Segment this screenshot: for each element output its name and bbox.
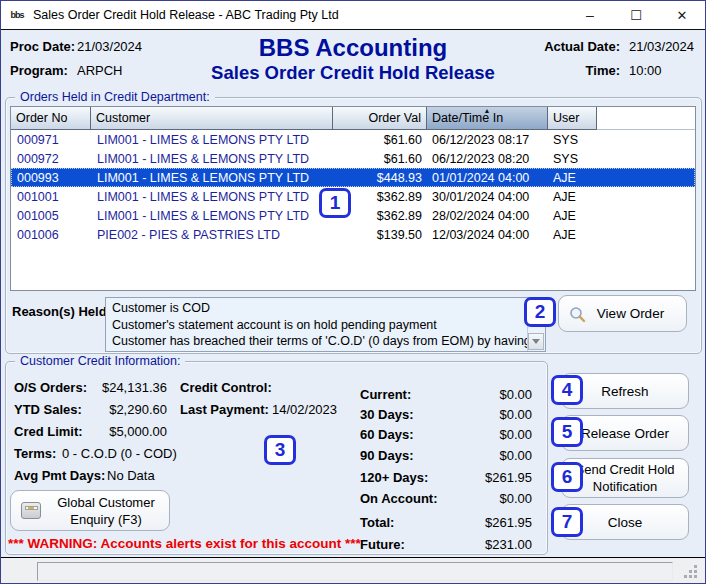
column-header-order-no[interactable]: Order No xyxy=(11,107,91,130)
close-button-label: Close xyxy=(608,515,643,530)
ytd-sales-value: $2,290.60 xyxy=(68,402,167,417)
window-title: Sales Order Credit Hold Release - ABC Tr… xyxy=(33,8,339,22)
reason-line: a 120 day balance on day 1 of this month xyxy=(112,350,521,353)
sort-ascending-icon: ▲ xyxy=(484,107,491,115)
terms-label: Terms: xyxy=(14,446,56,461)
release-order-label: Release Order xyxy=(581,426,669,441)
refresh-label: Refresh xyxy=(601,384,648,399)
credit-control-label: Credit Control: xyxy=(180,380,272,395)
os-orders-value: $24,131.36 xyxy=(68,380,167,395)
aging-future-label: Future: xyxy=(360,537,405,552)
aging-30-value: $0.00 xyxy=(426,407,532,422)
som-badge-5: 5 xyxy=(551,417,583,447)
cell-user: SYS xyxy=(548,133,597,147)
aging-30-label: 30 Days: xyxy=(360,407,413,422)
cell-datetime-in: 30/01/2024 04:00 xyxy=(427,190,548,204)
aging-total-value: $261.95 xyxy=(426,515,532,530)
cell-order-val: $61.60 xyxy=(333,133,427,147)
reasons-held-box[interactable]: Customer is COD Customer's statement acc… xyxy=(105,297,546,352)
status-panel xyxy=(37,562,673,581)
column-header-datetime-in[interactable]: ▲ Date/Time In xyxy=(427,107,548,130)
som-badge-6: 6 xyxy=(551,462,583,492)
cell-user: AJE xyxy=(548,190,597,204)
order-row[interactable]: 001006 PIE002 - PIES & PASTRIES LTD $139… xyxy=(11,225,695,244)
cell-datetime-in: 12/03/2024 04:00 xyxy=(427,228,548,242)
app-window: bbs Sales Order Credit Hold Release - AB… xyxy=(0,0,706,584)
aging-60-label: 60 Days: xyxy=(360,427,413,442)
column-header-order-val[interactable]: Order Val xyxy=(333,107,427,130)
column-header-customer[interactable]: Customer xyxy=(91,107,333,130)
som-badge-2: 2 xyxy=(524,297,556,327)
minimize-button[interactable]: – xyxy=(567,1,613,29)
app-icon: bbs xyxy=(8,6,26,24)
cell-customer: LIM001 - LIMES & LEMONS PTY LTD xyxy=(91,209,333,223)
aging-future-value: $231.00 xyxy=(426,537,532,552)
cell-order-no: 001006 xyxy=(11,228,91,242)
som-badge-3: 3 xyxy=(264,435,296,465)
cell-order-val: $139.50 xyxy=(333,228,427,242)
cell-customer: LIM001 - LIMES & LEMONS PTY LTD xyxy=(91,152,333,166)
view-order-label: View Order xyxy=(597,306,664,321)
credit-info-title: Customer Credit Information: xyxy=(15,354,185,369)
cell-datetime-in: 06/12/2023 08:20 xyxy=(427,152,548,166)
cell-order-no: 000972 xyxy=(11,152,91,166)
aging-on-account-value: $0.00 xyxy=(426,491,532,506)
som-badge-7: 7 xyxy=(551,507,583,537)
som-badge-1: 1 xyxy=(319,188,351,218)
order-row[interactable]: 000972 LIM001 - LIMES & LEMONS PTY LTD $… xyxy=(11,149,695,168)
aging-current-label: Current: xyxy=(360,387,411,402)
cell-customer: LIM001 - LIMES & LEMONS PTY LTD xyxy=(91,190,333,204)
terms-value: 0 - C.O.D (0 - COD) xyxy=(62,446,177,461)
maximize-button[interactable]: ☐ xyxy=(613,1,659,29)
cell-customer: LIM001 - LIMES & LEMONS PTY LTD xyxy=(91,133,333,147)
cell-order-no: 000971 xyxy=(11,133,91,147)
close-icon[interactable]: ✕ xyxy=(659,1,705,29)
cell-order-no: 001005 xyxy=(11,209,91,223)
actual-date-label: Actual Date: xyxy=(541,39,620,54)
orders-table: Order No Customer Order Val ▲ Date/Time … xyxy=(10,106,696,291)
reason-line: Customer has breached their terms of 'C.… xyxy=(112,333,521,350)
chevron-down-icon xyxy=(532,339,540,344)
cell-datetime-in: 06/12/2023 08:17 xyxy=(427,133,548,147)
cell-user: AJE xyxy=(548,228,597,242)
cell-user: AJE xyxy=(548,171,597,185)
resize-grip[interactable] xyxy=(694,565,697,568)
reason-line: Customer is COD xyxy=(112,300,521,317)
cell-order-val: $448.93 xyxy=(333,171,427,185)
magnifier-icon xyxy=(569,306,586,323)
status-bar xyxy=(1,557,705,584)
cell-customer: PIE002 - PIES & PASTRIES LTD xyxy=(91,228,333,242)
send-credit-hold-label: Send Credit Hold Notification xyxy=(568,461,682,495)
cell-datetime-in: 28/02/2024 04:00 xyxy=(427,209,548,223)
aging-90-value: $0.00 xyxy=(426,448,532,463)
cell-order-val: $61.60 xyxy=(333,152,427,166)
cell-customer: LIM001 - LIMES & LEMONS PTY LTD xyxy=(91,171,333,185)
som-badge-4: 4 xyxy=(551,375,583,405)
cred-limit-value: $5,000.00 xyxy=(68,424,167,439)
column-header-datetime-label: Date/Time In xyxy=(432,111,503,125)
last-payment-value: 14/02/2023 xyxy=(272,402,337,417)
aging-total-label: Total: xyxy=(360,515,394,530)
orders-table-header: Order No Customer Order Val ▲ Date/Time … xyxy=(11,107,695,130)
aging-120-label: 120+ Days: xyxy=(360,470,428,485)
time-value: 10:00 xyxy=(629,63,699,78)
reasons-held-label: Reason(s) Held: xyxy=(12,304,111,319)
order-row-selected[interactable]: 000993 LIM001 - LIMES & LEMONS PTY LTD $… xyxy=(11,168,695,187)
aging-120-value: $261.95 xyxy=(426,470,532,485)
cell-order-no: 001001 xyxy=(11,190,91,204)
aging-60-value: $0.00 xyxy=(426,427,532,442)
aging-90-label: 90 Days: xyxy=(360,448,413,463)
aging-current-value: $0.00 xyxy=(426,387,532,402)
cell-order-no: 000993 xyxy=(11,171,91,185)
order-row[interactable]: 000971 LIM001 - LIMES & LEMONS PTY LTD $… xyxy=(11,130,695,149)
avg-pmt-days-value: No Data xyxy=(107,468,155,483)
global-enquiry-button[interactable]: Global Customer Enquiry (F3) xyxy=(10,490,170,531)
column-header-filler xyxy=(597,107,695,130)
order-row[interactable]: 001001 LIM001 - LIMES & LEMONS PTY LTD $… xyxy=(11,187,695,206)
view-order-button[interactable]: View Order xyxy=(558,295,687,332)
scroll-down-button[interactable] xyxy=(528,333,544,350)
order-row[interactable]: 001005 LIM001 - LIMES & LEMONS PTY LTD $… xyxy=(11,206,695,225)
cell-datetime-in: 01/01/2024 04:00 xyxy=(427,171,548,185)
last-payment-label: Last Payment: xyxy=(180,402,269,417)
column-header-user[interactable]: User xyxy=(548,107,597,130)
